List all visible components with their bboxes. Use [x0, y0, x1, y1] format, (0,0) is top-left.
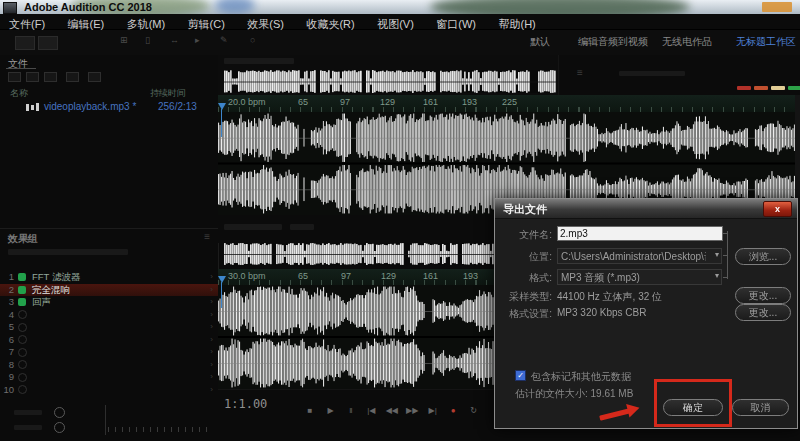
app-window: Adobe Audition CC 2018 文件(F) 编辑(E) 多轨(M)… — [0, 0, 800, 441]
toolbar: ⊞ ▯ ↔ ▸ ✎ ○ 默认 编辑音频到视频 无线电作品 无标题工作区 — [0, 30, 800, 56]
titlebar[interactable]: Adobe Audition CC 2018 — [0, 0, 800, 14]
effect-slot[interactable]: 10› — [0, 384, 218, 397]
workspace-tab-untitled[interactable]: 无标题工作区 — [736, 35, 796, 49]
rack-power-icon[interactable] — [54, 422, 65, 433]
effect-slot[interactable]: 9› — [0, 371, 218, 384]
workspace-tab-radio[interactable]: 无线电作品 — [662, 35, 712, 49]
spot-heal-icon[interactable]: ✎ — [220, 35, 228, 45]
workspace-tab-edit-audio-video[interactable]: 编辑音频到视频 — [578, 35, 648, 49]
chevron-right-icon: › — [210, 384, 213, 397]
change-sample-button[interactable]: 更改... — [735, 287, 791, 304]
playhead[interactable] — [218, 103, 226, 110]
desktop-blob — [430, 0, 690, 14]
location-dropdown[interactable]: C:\Users\Administrator\Desktop\音频 ▾ — [557, 248, 722, 264]
playhead[interactable] — [218, 276, 226, 283]
chevron-right-icon: › — [210, 296, 213, 309]
file-name: videoplayback.mp3 * — [44, 101, 136, 112]
effect-power-toggle[interactable] — [18, 323, 27, 332]
rack-power-icon[interactable] — [54, 407, 65, 418]
dialog-titlebar[interactable]: 导出文件 — [495, 199, 797, 219]
app-icon — [3, 2, 17, 14]
ruler-tick: 65 — [298, 97, 308, 107]
panel-menu-icon[interactable]: ≡ — [204, 231, 210, 242]
effect-power-toggle[interactable] — [18, 373, 27, 382]
effect-slot[interactable]: 6› — [0, 334, 218, 347]
insert-multitrack-icon[interactable] — [66, 72, 79, 82]
mix-slider[interactable] — [108, 427, 210, 432]
chevron-down-icon: ▾ — [715, 271, 719, 280]
waveform-overview[interactable] — [224, 70, 556, 93]
effect-slot[interactable]: 3回声› — [0, 296, 218, 309]
change-format-button[interactable]: 更改... — [735, 304, 791, 321]
dialog-title: 导出文件 — [503, 203, 547, 215]
format-value: MP3 音频 (*.mp3) — [561, 271, 706, 285]
open-file-icon[interactable] — [26, 72, 39, 82]
workspace-tab-default[interactable]: 默认 — [530, 35, 550, 49]
effect-power-toggle[interactable] — [18, 385, 27, 394]
skip-forward-icon[interactable]: ▶| — [425, 406, 441, 415]
pause-icon[interactable]: ‖ — [343, 406, 359, 415]
zoom-tool-icon[interactable]: ○ — [250, 35, 255, 45]
multitrack-view-button[interactable] — [38, 36, 58, 50]
ruler-tick: 161 — [423, 97, 438, 107]
effects-rack-panel: 效果组 ≡ 1FFT 滤波器› 2完全混响› 3回声› 4› 5› 6› 7› … — [0, 228, 219, 441]
cancel-button[interactable]: 取消 — [732, 399, 789, 416]
skip-back-icon[interactable]: |◀ — [363, 406, 379, 415]
effect-power-toggle[interactable] — [18, 286, 26, 294]
bpm-label: 20.0 bpm — [228, 97, 266, 107]
stop-icon[interactable]: ■ — [302, 406, 318, 415]
effect-power-toggle[interactable] — [18, 348, 27, 357]
effect-slot[interactable]: 2完全混响› — [0, 284, 218, 297]
files-col-duration[interactable]: 持续时间 — [150, 87, 186, 100]
record-icon[interactable]: ● — [445, 406, 461, 415]
desktop-blob — [762, 2, 792, 12]
rewind-icon[interactable]: ◀◀ — [384, 406, 400, 415]
slip-tool-icon[interactable]: ↔ — [170, 35, 179, 45]
editor2-tab-placeholder — [224, 224, 282, 230]
waveform-file-icon — [26, 104, 29, 111]
effects-rack-title: 效果组 — [8, 232, 38, 246]
panel-menu-icon[interactable]: ≡ — [577, 67, 583, 78]
filename-input[interactable] — [557, 226, 723, 241]
move-tool-icon[interactable]: ⊞ — [120, 35, 128, 45]
waveform-view-button[interactable] — [15, 36, 35, 50]
file-row[interactable]: videoplayback.mp3 * 256/2:13 — [0, 101, 218, 114]
include-metadata-checkbox[interactable]: ✓ — [515, 370, 526, 381]
timeline-ruler[interactable]: 20.0 bpm 65 97 129 161 193 225 — [218, 95, 795, 113]
format-settings-label: 格式设置: — [495, 307, 552, 321]
include-metadata-label: 包含标记和其他元数据 — [531, 370, 631, 384]
chevron-right-icon: › — [210, 371, 213, 384]
effect-power-toggle[interactable] — [18, 310, 27, 319]
effect-slot[interactable]: 4› — [0, 309, 218, 322]
effect-power-toggle[interactable] — [18, 273, 26, 281]
effect-slot[interactable]: 1FFT 滤波器› — [0, 271, 218, 284]
fast-forward-icon[interactable]: ▶▶ — [404, 406, 420, 415]
loop-icon[interactable]: ↻ — [466, 406, 482, 415]
bracket-tick — [723, 277, 727, 278]
effect-slot[interactable]: 5› — [0, 321, 218, 334]
close-icon[interactable]: x — [763, 201, 792, 217]
effect-slot[interactable]: 7› — [0, 346, 218, 359]
preset-row-placeholder — [8, 249, 128, 255]
divider — [105, 405, 106, 435]
import-file-icon[interactable] — [8, 72, 21, 82]
location-label: 位置: — [495, 250, 552, 264]
effect-power-toggle[interactable] — [18, 298, 26, 306]
format-label: 格式: — [495, 271, 552, 285]
files-col-name[interactable]: 名称 — [10, 87, 28, 100]
play-icon[interactable]: ▶ — [322, 406, 338, 415]
effect-power-toggle[interactable] — [18, 335, 27, 344]
playhead-line — [221, 282, 222, 308]
browse-button[interactable]: 浏览... — [735, 248, 791, 265]
new-file-icon[interactable] — [44, 72, 57, 82]
razor-tool-icon[interactable]: ▯ — [145, 35, 150, 45]
chevron-right-icon: › — [210, 309, 213, 322]
close-file-icon[interactable] — [88, 72, 101, 82]
format-dropdown[interactable]: MP3 音频 (*.mp3) ▾ — [557, 269, 722, 285]
chevron-right-icon: › — [210, 346, 213, 359]
format-settings-value: MP3 320 Kbps CBR — [557, 307, 647, 318]
effect-slot[interactable]: 8› — [0, 359, 218, 372]
selection-tool-icon[interactable]: ▸ — [195, 35, 200, 45]
effect-power-toggle[interactable] — [18, 360, 27, 369]
meter-scale — [737, 86, 800, 90]
